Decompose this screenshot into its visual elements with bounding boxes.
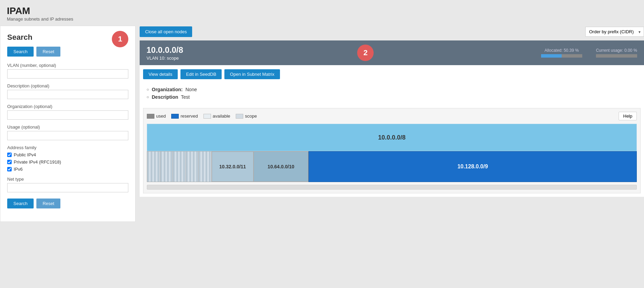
network-prefix: 10.0.0.0/8 [147,45,183,55]
checkbox-public-ipv4-input[interactable] [7,153,12,157]
net-type-group: Net type [7,177,128,192]
address-family-label: Address family [7,145,128,150]
usage-label: Usage (optional) [7,124,128,130]
network-header: 10.0.0.0/8 VLAN 10: scope 2 Allocated: 5… [140,40,644,65]
subnet-64-label: 10.64.0.0/10 [268,164,294,169]
legend-reserved: reserved [171,113,198,119]
vlan-label: VLAN (number, optional) [7,63,128,68]
page-header: IPAM Manage subnets and IP adresses [0,0,644,26]
allocated-stat: Allocated: 50.39 % [541,48,582,58]
description-input[interactable] [7,90,128,99]
bottom-row: 10.32.0.0/11 10.64.0.0/10 10.128.0.0/9 [147,151,637,182]
description-group: Description (optional) [7,83,128,99]
sidebar: Search 1 Search Reset VLAN (number, opti… [0,26,136,222]
checkbox-private-ipv4-input[interactable] [7,160,12,164]
network-stats: Allocated: 50.39 % Current usage: 0.00 % [541,48,637,58]
close-all-nodes-button[interactable]: Close all open nodes [140,26,192,37]
legend-reserved-label: reserved [180,113,198,119]
top-subnet-block[interactable]: 10.0.0.0/8 [147,124,637,151]
allocated-bar [541,54,582,58]
info-list: Organization: None Description Test [143,83,641,107]
scrollbar[interactable] [147,185,637,190]
current-usage-label: Current usage: 0.00 % [596,48,637,53]
legend-available: available [203,113,230,119]
org-label: Organization: [152,87,183,92]
legend-used: used [147,113,166,119]
search-button-bottom[interactable]: Search [7,199,34,208]
checkbox-private-ipv4-label: Private IPv4 (RFC1918) [14,159,61,165]
org-value: None [185,87,197,92]
subnet-32-label: 10.32.0.0/11 [219,164,246,169]
subnet-visual: 10.0.0.0/8 10.32.0.0 [147,124,637,190]
network-vlan: VLAN 10: scope [147,56,183,61]
sidebar-heading: Search [7,33,128,42]
legend-reserved-box [171,114,179,119]
info-description: Description Test [147,94,641,100]
search-button[interactable]: Search [7,47,34,57]
tiny-block-4[interactable] [186,152,199,182]
legend-available-label: available [213,113,230,119]
current-usage-bar [596,54,637,58]
main-layout: Search 1 Search Reset VLAN (number, opti… [0,26,644,222]
tiny-block-1[interactable] [147,152,160,182]
net-type-input[interactable] [7,183,128,192]
action-row: View details Edit in SeedDB Open in Subn… [143,65,641,83]
legend-used-label: used [156,113,166,119]
legend-scope-box [236,114,243,119]
tiny-block-5[interactable] [199,152,212,182]
reset-button-bottom[interactable]: Reset [36,199,60,208]
address-family-group: Address family Public IPv4 Private IPv4 … [7,145,128,172]
legend-row: used reserved available scope Help [147,112,637,120]
sidebar-bottom-button-row: Search Reset [7,199,128,208]
sidebar-badge: 1 [112,31,128,47]
vlan-input[interactable] [7,69,128,79]
info-organization: Organization: None [147,87,641,92]
content-area: Close all open nodes Order by prefix (CI… [136,26,644,222]
edit-seeddb-button[interactable]: Edit in SeedDB [180,69,222,79]
top-subnet-label: 10.0.0.0/8 [378,134,406,141]
net-type-label: Net type [7,177,128,182]
network-info: 10.0.0.0/8 VLAN 10: scope [147,45,183,61]
sidebar-button-row: Search Reset [7,47,128,57]
checkbox-private-ipv4: Private IPv4 (RFC1918) [7,159,128,165]
checkbox-public-ipv4-label: Public IPv4 [14,152,36,157]
help-button[interactable]: Help [619,112,637,120]
description-label: Description (optional) [7,83,128,88]
organization-input[interactable] [7,110,128,120]
organization-label: Organization (optional) [7,104,128,109]
legend-scope-label: scope [245,113,257,119]
checkbox-ipv6: IPv6 [7,167,128,172]
reset-button[interactable]: Reset [36,47,60,57]
allocated-label: Allocated: 50.39 % [541,48,582,53]
page-title: IPAM [7,5,637,16]
subnet-128-label: 10.128.0.0/9 [457,164,488,170]
order-select-wrap: Order by prefix (CIDR) Order by name [585,27,644,37]
top-bar: Close all open nodes Order by prefix (CI… [140,26,644,37]
content-inner: View details Edit in SeedDB Open in Subn… [140,65,644,197]
checkbox-ipv6-label: IPv6 [14,167,23,172]
subnet-32-block[interactable]: 10.32.0.0/11 [212,152,254,182]
legend-used-box [147,114,154,119]
desc-value: Test [181,94,190,100]
checkbox-public-ipv4: Public IPv4 [7,152,128,157]
usage-input[interactable] [7,131,128,140]
current-usage-stat: Current usage: 0.00 % [596,48,637,58]
subnet-128-block[interactable]: 10.128.0.0/9 [308,151,637,182]
checkbox-ipv6-input[interactable] [7,167,12,171]
subnet-64-block[interactable]: 10.64.0.0/10 [254,152,308,182]
tiny-block-2[interactable] [160,152,173,182]
legend-scope: scope [236,113,257,119]
page-subtitle: Manage subnets and IP adresses [7,16,637,22]
view-details-button[interactable]: View details [143,69,178,79]
tiny-block-3[interactable] [173,152,186,182]
matrix-container: used reserved available scope Help [143,108,641,193]
organization-group: Organization (optional) [7,104,128,120]
usage-group: Usage (optional) [7,124,128,140]
network-badge: 2 [357,45,374,61]
allocated-bar-fill [541,54,562,58]
order-select[interactable]: Order by prefix (CIDR) Order by name [585,27,644,37]
desc-label: Description [152,94,178,100]
legend-available-box [203,114,211,119]
open-subnet-matrix-button[interactable]: Open in Subnet Matrix [224,69,280,79]
vlan-group: VLAN (number, optional) [7,63,128,79]
